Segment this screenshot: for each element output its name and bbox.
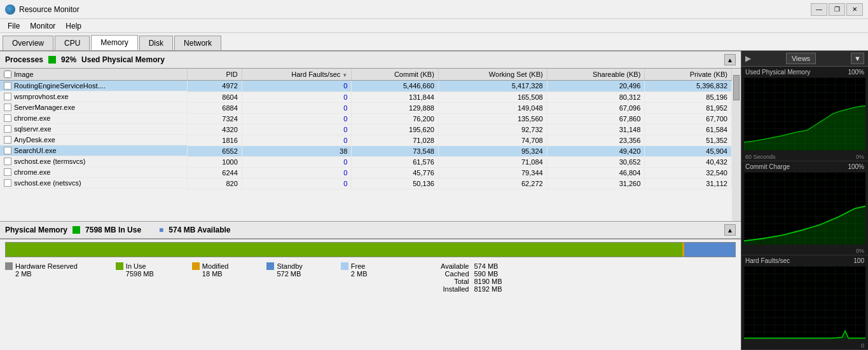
cell-private: 61,584: [645, 124, 732, 135]
menu-file[interactable]: File: [3, 20, 25, 32]
views-dropdown-btn[interactable]: ▼: [851, 53, 864, 64]
bar-standby: [684, 243, 735, 257]
cell-workingset: 71,084: [438, 156, 547, 167]
tab-cpu[interactable]: CPU: [55, 36, 90, 50]
tab-network[interactable]: Network: [174, 36, 221, 50]
row-checkbox[interactable]: [4, 93, 11, 100]
row-checkbox[interactable]: [4, 104, 11, 111]
memory-bar: [5, 242, 736, 257]
cell-pid: 6244: [188, 167, 242, 178]
right-panel-header: ▶ Views ▼: [741, 51, 868, 67]
cell-commit: 73,548: [352, 145, 439, 156]
tab-overview[interactable]: Overview: [3, 36, 53, 50]
legend-inuse: In Use 7598 MB: [116, 262, 154, 293]
row-checkbox[interactable]: [4, 179, 11, 187]
cell-commit: 129,888: [352, 102, 439, 113]
processes-scrollbar[interactable]: [732, 69, 741, 221]
col-header-shareable[interactable]: Shareable (KB): [547, 69, 645, 81]
cell-workingset: 74,708: [438, 135, 547, 145]
row-checkbox[interactable]: [4, 168, 11, 176]
cell-workingset: 62,272: [438, 178, 547, 189]
cell-private: 40,432: [645, 156, 732, 167]
processes-title: Processes: [5, 55, 43, 64]
legend-color-free: [341, 262, 348, 270]
cell-commit: 76,200: [352, 113, 439, 124]
chart2-bottom: 0%: [741, 247, 868, 255]
cell-image-text: SearchUI.exe: [14, 147, 57, 154]
stat-label-cached: Cached: [431, 270, 469, 278]
table-row[interactable]: svchost.exe (termsvcs) 1000 0 61,576 71,…: [0, 156, 732, 167]
close-button[interactable]: ✕: [846, 3, 863, 16]
table-row[interactable]: chrome.exe 6244 0 45,776 79,344 46,804 3…: [0, 167, 732, 178]
col-header-workingset[interactable]: Working Set (KB): [438, 69, 547, 81]
cell-image: wsmprovhost.exe: [0, 91, 188, 102]
table-row[interactable]: RoutingEngineServiceHost.... 4972 0 5,44…: [0, 81, 732, 92]
title-bar-left: Resource Monitor: [5, 4, 79, 15]
chart3-bottom-right: 0: [861, 342, 864, 349]
cell-private: 81,952: [645, 102, 732, 113]
row-checkbox[interactable]: [4, 158, 11, 165]
cell-private: 5,396,832: [645, 81, 732, 92]
chart1-bottom-left: 60 Seconds: [745, 154, 776, 160]
col-header-commit[interactable]: Commit (KB): [352, 69, 439, 81]
chart2-pct: 100%: [848, 163, 864, 170]
legend-modified: Modified 18 MB: [192, 262, 229, 293]
cell-shareable: 20,496: [547, 81, 645, 92]
table-row[interactable]: chrome.exe 7324 0 76,200 135,560 67,860 …: [0, 113, 732, 124]
processes-section-header[interactable]: Processes 92% Used Physical Memory ▲: [0, 51, 741, 69]
bar-inuse: [6, 243, 682, 257]
cell-private: 32,540: [645, 167, 732, 178]
physical-memory-header[interactable]: Physical Memory 7598 MB In Use ■ 574 MB …: [0, 221, 741, 239]
row-checkbox[interactable]: [4, 114, 11, 122]
cell-image: sqlservr.exe: [0, 124, 188, 135]
tab-memory[interactable]: Memory: [91, 35, 137, 50]
right-expand-btn[interactable]: ▶: [745, 54, 751, 63]
processes-collapse-btn[interactable]: ▲: [724, 54, 736, 65]
cell-private: 85,196: [645, 91, 732, 102]
processes-table-container[interactable]: Image PID Hard Faults/sec ▼ Commit (KB) …: [0, 69, 732, 221]
cell-pid: 4320: [188, 124, 242, 135]
menu-help[interactable]: Help: [60, 20, 86, 32]
col-header-image[interactable]: Image: [0, 69, 188, 81]
table-row[interactable]: ServerManager.exe 6884 0 129,888 149,048…: [0, 102, 732, 113]
col-header-private[interactable]: Private (KB): [645, 69, 732, 81]
cell-pid: 4972: [188, 81, 242, 92]
processes-scrollbar-thumb[interactable]: [733, 75, 740, 100]
row-checkbox[interactable]: [4, 82, 11, 90]
cell-pid: 6884: [188, 102, 242, 113]
table-row[interactable]: AnyDesk.exe 1816 0 71,028 74,708 23,356 …: [0, 135, 732, 145]
tab-bar: Overview CPU Memory Disk Network: [0, 33, 868, 51]
restore-button[interactable]: ❐: [829, 3, 845, 16]
cell-shareable: 67,860: [547, 113, 645, 124]
cell-image-text: RoutingEngineServiceHost....: [14, 82, 106, 90]
col-header-hardfaults[interactable]: Hard Faults/sec ▼: [242, 69, 352, 81]
minimize-button[interactable]: —: [811, 3, 827, 16]
physical-memory-collapse-btn[interactable]: ▲: [724, 224, 736, 236]
memory-stats: Available574 MB Cached590 MB Total8190 M…: [431, 262, 502, 293]
cell-image: AnyDesk.exe: [0, 135, 188, 145]
chart3-label: Hard Faults/sec: [745, 257, 790, 264]
cell-shareable: 23,356: [547, 135, 645, 145]
left-panel: Processes 92% Used Physical Memory ▲ Ima…: [0, 51, 741, 350]
chart2-label: Commit Charge: [745, 163, 790, 170]
cell-hardfaults: 0: [242, 124, 352, 135]
cell-pid: 8604: [188, 91, 242, 102]
processes-section: Image PID Hard Faults/sec ▼ Commit (KB) …: [0, 69, 741, 221]
table-row[interactable]: wsmprovhost.exe 8604 0 131,844 165,508 8…: [0, 91, 732, 102]
views-button[interactable]: Views: [786, 53, 816, 64]
table-row[interactable]: svchost.exe (netsvcs) 820 0 50,136 62,27…: [0, 178, 732, 189]
col-header-pid[interactable]: PID: [188, 69, 242, 81]
available-indicator: ■: [159, 225, 163, 234]
cell-pid: 1000: [188, 156, 242, 167]
chart2-label-row: Commit Charge 100%: [741, 161, 868, 172]
row-checkbox[interactable]: [4, 147, 11, 154]
menu-monitor[interactable]: Monitor: [25, 20, 60, 32]
tab-disk[interactable]: Disk: [139, 36, 173, 50]
cell-image-text: chrome.exe: [14, 168, 50, 176]
table-row[interactable]: SearchUI.exe 6552 38 73,548 95,324 49,42…: [0, 145, 732, 156]
row-checkbox[interactable]: [4, 136, 11, 144]
cell-private: 67,700: [645, 113, 732, 124]
cell-workingset: 165,508: [438, 91, 547, 102]
row-checkbox[interactable]: [4, 125, 11, 133]
table-row[interactable]: sqlservr.exe 4320 0 195,620 92,732 31,14…: [0, 124, 732, 135]
